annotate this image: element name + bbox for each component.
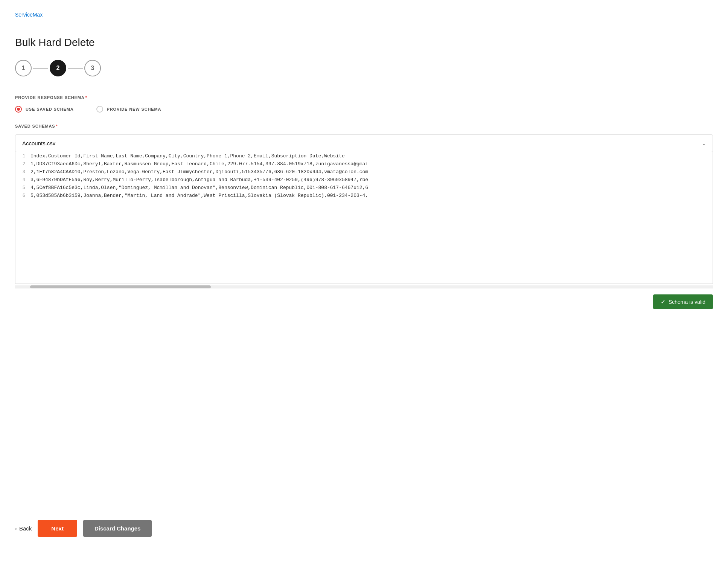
step-connector-1-2 [33,68,48,69]
schema-valid-text: Schema is valid [669,299,705,305]
saved-schemas-label: SAVED SCHEMAS* [15,124,713,128]
line-number-2: 2 [15,161,30,167]
horizontal-scrollbar[interactable] [15,285,713,288]
back-chevron-icon: ‹ [15,525,17,532]
provide-response-schema-label: PROVIDE RESPONSE SCHEMA* [15,95,713,100]
line-content-2: 1,DD37Cf93aecA6Dc,Sheryl,Baxter,Rasmusse… [30,161,368,167]
app-link[interactable]: ServiceMax [15,12,43,18]
check-icon: ✓ [661,298,666,305]
line-number-5: 5 [15,185,30,191]
code-line-2: 2 1,DD37Cf93aecA6Dc,Sheryl,Baxter,Rasmus… [15,160,713,168]
use-saved-schema-option[interactable]: USE SAVED SCHEMA [15,106,74,113]
provide-new-schema-option[interactable]: PROVIDE NEW SCHEMA [96,106,161,113]
line-number-4: 4 [15,177,30,183]
saved-schemas-dropdown[interactable]: Accounts.csv ⌄ [15,134,713,152]
code-line-4: 4 3,6F94879bDAfE5a6,Roy,Berry,Murillo-Pe… [15,176,713,184]
required-star: * [85,95,87,100]
code-line-6: 6 5,053d585Ab6b3159,Joanna,Bender,"Marti… [15,192,713,200]
line-content-1: Index,Customer Id,First Name,Last Name,C… [30,153,345,159]
step-2[interactable]: 2 [50,60,66,76]
step-connector-2-3 [68,68,83,69]
saved-schemas-required: * [56,124,58,128]
code-line-5: 5 4,5Cef8BFA16c5e3c,Linda,Olsen,"Domingu… [15,184,713,192]
line-content-4: 3,6F94879bDAfE5a6,Roy,Berry,Murillo-Perr… [30,177,368,183]
provide-new-schema-label: PROVIDE NEW SCHEMA [107,107,161,111]
back-label: Back [19,525,32,532]
back-button[interactable]: ‹ Back [15,525,32,532]
next-button[interactable]: Next [38,520,77,537]
line-number-3: 3 [15,169,30,175]
schema-valid-badge: ✓ Schema is valid [653,294,713,309]
use-saved-schema-label: USE SAVED SCHEMA [26,107,74,111]
chevron-down-icon: ⌄ [702,141,706,146]
provide-new-schema-radio[interactable] [96,106,103,113]
scrollbar-thumb[interactable] [30,285,211,288]
line-number-6: 6 [15,193,30,198]
page-title: Bulk Hard Delete [15,37,713,49]
discard-changes-button[interactable]: Discard Changes [83,520,152,537]
footer-bar: ‹ Back Next Discard Changes [0,512,728,544]
schema-type-radio-group: USE SAVED SCHEMA PROVIDE NEW SCHEMA [15,106,713,113]
line-content-6: 5,053d585Ab6b3159,Joanna,Bender,"Martin,… [30,193,368,198]
code-line-3: 3 2,1Ef7b82A4CAAD10,Preston,Lozano,Vega-… [15,168,713,176]
line-content-5: 4,5Cef8BFA16c5e3c,Linda,Olsen,"Dominguez… [30,185,368,191]
use-saved-schema-radio[interactable] [15,106,22,113]
stepper: 1 2 3 [15,60,713,76]
dropdown-selected-value: Accounts.csv [22,140,55,146]
step-3[interactable]: 3 [84,60,101,76]
step-1[interactable]: 1 [15,60,32,76]
csv-preview: 1 Index,Customer Id,First Name,Last Name… [15,152,713,284]
line-content-3: 2,1Ef7b82A4CAAD10,Preston,Lozano,Vega-Ge… [30,169,368,175]
line-number-1: 1 [15,153,30,159]
code-line-1: 1 Index,Customer Id,First Name,Last Name… [15,152,713,160]
